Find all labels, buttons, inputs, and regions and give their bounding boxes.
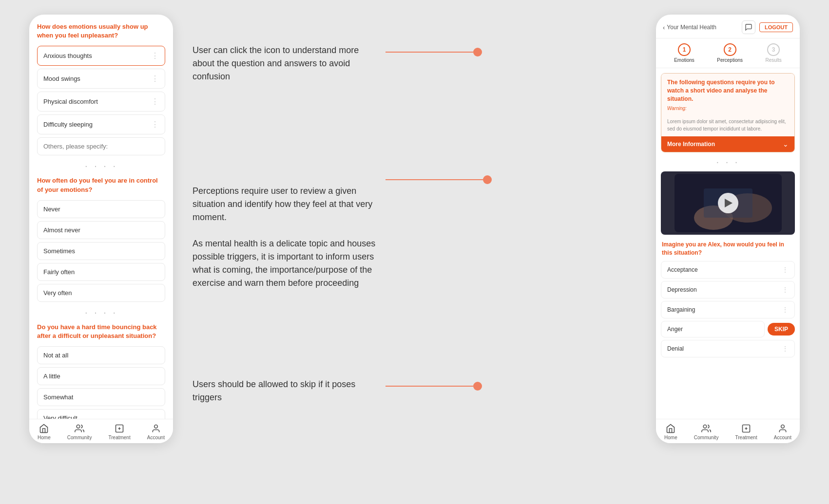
nav-home-right[interactable]: Home [664, 423, 677, 440]
annotation-1: User can click the icon to understand mo… [193, 44, 636, 83]
others-input-row[interactable] [37, 137, 165, 155]
back-button[interactable]: ‹ Your Mental Health [663, 24, 716, 31]
home-icon-right [665, 423, 676, 434]
option-never[interactable]: Never [37, 200, 165, 218]
step1-label: Emotions [674, 57, 694, 63]
step3-label: Results [765, 57, 781, 63]
step-results: 3 Results [765, 43, 781, 63]
nav-treatment[interactable]: Treatment [109, 423, 131, 440]
info-box-title: The following questions require you to w… [667, 78, 789, 103]
nav-treatment-right[interactable]: Treatment [735, 423, 757, 440]
dot-sep-2: · · · · [37, 307, 165, 318]
video-thumbnail[interactable] [661, 171, 795, 235]
nav-community-right[interactable]: Community [694, 423, 719, 440]
right-phone-nav: Home Community Treatment Account [656, 419, 800, 443]
option-denial[interactable]: Denial ⋮ [661, 340, 795, 357]
left-phone: How does emotions usually show up when y… [29, 15, 173, 443]
left-phone-content: How does emotions usually show up when y… [29, 15, 173, 419]
annotation-line-2 [386, 175, 492, 184]
svg-point-0 [77, 425, 80, 429]
option-almost-never[interactable]: Almost never [37, 221, 165, 239]
dot-3 [473, 382, 482, 391]
community-icon-right [701, 423, 712, 434]
step2-label: Perceptions [717, 57, 743, 63]
h-line-2 [386, 179, 483, 180]
question2-label: How often do you feel you are in control… [37, 176, 165, 194]
main-container: How does emotions usually show up when y… [0, 0, 829, 504]
skip-button[interactable]: SKIP [768, 323, 795, 336]
account-icon-right [777, 423, 788, 434]
option-sometimes[interactable]: Sometimes [37, 242, 165, 260]
annotation-line-1 [386, 48, 482, 56]
option-menu-icon: ⋮ [151, 120, 159, 129]
step-emotions: 1 Emotions [674, 43, 694, 63]
annotation-text-2: Perceptions require user to review a giv… [193, 171, 378, 290]
option-difficulty-sleeping[interactable]: Difficulty sleeping ⋮ [37, 114, 165, 134]
chevron-left-icon: ‹ [663, 24, 665, 31]
community-icon [74, 423, 85, 434]
annotation-2: Perceptions require user to review a giv… [193, 171, 636, 290]
option-a-little[interactable]: A little [37, 367, 165, 385]
nav-account[interactable]: Account [147, 423, 165, 440]
chat-icon[interactable] [742, 20, 755, 34]
nav-account-right[interactable]: Account [774, 423, 791, 440]
treatment-icon [114, 423, 125, 434]
step-perceptions: 2 Perceptions [717, 43, 743, 63]
option-bargaining[interactable]: Bargaining ⋮ [661, 301, 795, 318]
others-input[interactable] [43, 143, 159, 150]
annotation-text-1: User can click the icon to understand mo… [193, 44, 378, 83]
info-box-footer[interactable]: More Information ⌄ [661, 136, 794, 152]
dot-sep-1: · · · · [37, 160, 165, 171]
right-phone: ‹ Your Mental Health LOGOUT 1 Emotions 2 [656, 15, 800, 443]
question3-label: Do you have a hard time bouncing back af… [37, 323, 165, 340]
option-dots-icon: ⋮ [782, 266, 789, 274]
step2-circle: 2 [724, 43, 736, 56]
account-icon [151, 423, 161, 434]
nav-home[interactable]: Home [38, 423, 51, 440]
more-info-label: More Information [667, 141, 715, 148]
option-dots-icon: ⋮ [782, 345, 789, 353]
h-line-3 [386, 386, 473, 387]
header-actions: LOGOUT [742, 20, 793, 34]
option-acceptance[interactable]: Acceptance ⋮ [661, 261, 795, 279]
option-depression[interactable]: Depression ⋮ [661, 281, 795, 299]
anger-skip-row: Anger SKIP [661, 321, 795, 337]
option-menu-icon: ⋮ [151, 74, 159, 83]
play-button[interactable] [718, 193, 738, 213]
option-very-difficult[interactable]: Very difficult [37, 409, 165, 419]
option-anxious-thoughts[interactable]: Anxious thoughts ⋮ [37, 46, 165, 66]
option-anger[interactable]: Anger [661, 321, 765, 337]
svg-point-9 [781, 425, 785, 429]
step3-circle: 3 [767, 43, 780, 56]
option-mood-swings[interactable]: Mood swings ⋮ [37, 69, 165, 89]
warning-label: Warning: [667, 106, 789, 111]
right-phone-header: ‹ Your Mental Health LOGOUT [656, 15, 800, 38]
option-fairly-often[interactable]: Fairly often [37, 263, 165, 281]
option-not-at-all[interactable]: Not at all [37, 346, 165, 364]
option-acceptance-row: Acceptance ⋮ [656, 261, 800, 281]
nav-community[interactable]: Community [67, 423, 92, 440]
option-very-often[interactable]: Very often [37, 284, 165, 302]
annotation-line-3 [386, 382, 482, 391]
annotation-text-3: Users should be allowed to skip if it po… [193, 378, 378, 404]
dot-1 [473, 48, 482, 56]
info-box-text: Lorem ipsum dolor sit amet, consectetur … [667, 118, 789, 132]
option-somewhat[interactable]: Somewhat [37, 388, 165, 406]
option-dots-icon: ⋮ [782, 286, 789, 294]
situation-question: Imagine you are Alex, how would you feel… [656, 239, 800, 261]
option-menu-icon: ⋮ [151, 97, 159, 106]
chevron-down-icon: ⌄ [783, 140, 789, 148]
h-line-1 [386, 52, 473, 53]
play-triangle-icon [725, 199, 733, 207]
right-phone-scroll: The following questions require you to w… [656, 68, 800, 419]
info-box-body: Lorem ipsum dolor sit amet, consectetur … [661, 116, 794, 136]
treatment-icon-right [741, 423, 752, 434]
dot-sep-right: · · · [656, 156, 800, 168]
step1-circle: 1 [678, 43, 691, 56]
svg-point-7 [703, 425, 707, 429]
logout-button[interactable]: LOGOUT [759, 22, 793, 32]
info-box-header: The following questions require you to w… [661, 74, 794, 116]
question1-label: How does emotions usually show up when y… [37, 22, 165, 40]
option-physical-discomfort[interactable]: Physical discomfort ⋮ [37, 92, 165, 112]
steps-row: 1 Emotions 2 Perceptions 3 Results [656, 38, 800, 68]
